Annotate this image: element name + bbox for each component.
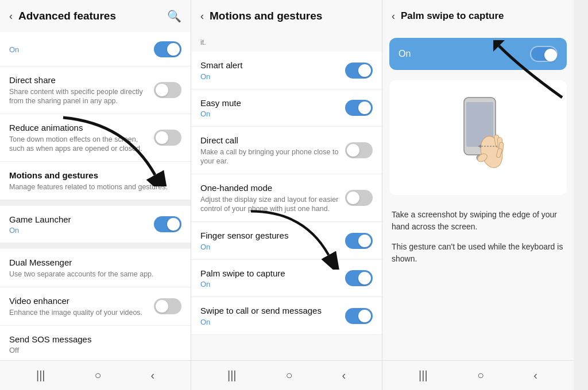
panel1-gap1 [0,200,191,206]
panel2-easy-mute[interactable]: Easy mute On [191,89,382,127]
panel1-video-enhancer[interactable]: Video enhancer Enhance the image quality… [0,287,191,326]
panel1-send-sos-status: Off [9,346,181,354]
panel2-one-handed-toggle[interactable] [345,190,373,206]
panel2-intro-text: it. [200,38,206,47]
panel2-title: Motions and gestures [210,10,373,22]
panel2-finger-sensor-title: Finger sensor gestures [200,230,345,241]
panel2-direct-call-title: Direct call [200,135,345,146]
panel2-smart-alert-toggle[interactable] [345,63,373,79]
panel1-nav-home[interactable]: ○ [86,366,110,385]
panel1-reduce-animations-title: Reduce animations [9,122,154,134]
panel-advanced-features: ‹ Advanced features 🔍 On Direct share Sh… [0,0,191,390]
panel1-reduce-animations-toggle[interactable] [154,130,181,146]
panel2-one-handed-title: One-handed mode [200,182,345,194]
panel2-easy-mute-title: Easy mute [200,98,345,109]
panel2-easy-mute-status: On [200,110,345,118]
panel3-nav-recents[interactable]: ||| [410,366,436,385]
panel2-palm-swipe[interactable]: Palm swipe to capture On [191,260,382,298]
panel1-reduce-animations-desc: Tone down motion effects on the screen, … [9,135,154,154]
panel1-direct-share[interactable]: Direct share Share content with specific… [0,67,191,114]
panel3-desc1: Take a screenshot by swiping the edge of… [392,209,564,233]
panel1-top-toggle-thumb [167,43,180,56]
panel2-one-handed[interactable]: One-handed mode Adjust the display size … [191,174,382,222]
panel2-direct-call-toggle[interactable] [345,142,373,158]
panel1-nav-back[interactable]: ‹ [142,366,163,385]
panel3-back-button[interactable]: ‹ [392,10,395,22]
panel2-header: ‹ Motions and gestures [191,0,382,32]
panel1-video-enhancer-title: Video enhancer [9,295,154,307]
panel2-swipe-call-status: On [200,318,345,326]
panel1-back-button[interactable]: ‹ [9,10,13,22]
panel3-arrow [493,40,568,103]
panel3-bottom-nav: ||| ○ ‹ [382,360,574,390]
panel1-game-launcher-status: On [9,226,154,235]
panel2-bottom-nav: ||| ○ ‹ [191,360,382,390]
panel1-video-enhancer-desc: Enhance the image quality of your videos… [9,308,154,317]
panel3-on-label: On [399,49,411,59]
panel2-direct-call[interactable]: Direct call Make a call by bringing your… [191,127,382,174]
panel2-palm-swipe-toggle[interactable] [345,270,373,286]
panel2-palm-swipe-status: On [200,280,345,288]
panel1-motions-gestures[interactable]: Motions and gestures Manage features rel… [0,162,191,200]
panel3-header: ‹ Palm swipe to capture [382,0,574,32]
panel2-palm-swipe-title: Palm swipe to capture [200,268,345,279]
panel1-dual-messenger[interactable]: Dual Messenger Use two separate accounts… [0,249,191,287]
panel1-top-status: On [9,45,154,54]
panel1-motions-gestures-desc: Manage features related to motions and g… [9,182,181,192]
panel1-game-launcher-title: Game Launcher [9,214,154,225]
panel2-one-handed-desc: Adjust the display size and layout for e… [200,195,345,214]
panel1-top-toggle[interactable] [154,41,181,57]
panel1-search-icon[interactable]: 🔍 [167,9,181,23]
panel3-nav-home[interactable]: ○ [469,366,493,385]
panel1-top-on-item[interactable]: On [0,32,191,67]
panel1-direct-share-title: Direct share [9,75,154,86]
panel2-easy-mute-toggle[interactable] [345,100,373,116]
panel2-swipe-call-title: Swipe to call or send messages [200,305,345,317]
panel1-motions-gestures-title: Motions and gestures [9,170,181,181]
panel1-send-sos-title: Send SOS messages [9,334,181,345]
panel2-smart-alert-status: On [200,72,345,81]
panel2-nav-recents[interactable]: ||| [219,366,245,385]
panel1-game-launcher[interactable]: Game Launcher On [0,206,191,244]
panel2-finger-sensor-toggle[interactable] [345,233,373,249]
panel1-dual-messenger-title: Dual Messenger [9,257,181,268]
panel1-reduce-animations[interactable]: Reduce animations Tone down motion effec… [0,114,191,162]
panel1-title: Advanced features [18,10,167,22]
panel1-nav-recents[interactable]: ||| [28,366,54,385]
panel2-direct-call-desc: Make a call by bringing your phone close… [200,147,345,166]
panel1-video-enhancer-toggle[interactable] [154,298,181,314]
panel2-smart-alert-title: Smart alert [200,60,345,71]
panel2-swipe-call-toggle[interactable] [345,308,373,324]
panel2-back-button[interactable]: ‹ [200,10,204,22]
panel2-nav-home[interactable]: ○ [277,366,301,385]
panel-motions-gestures: ‹ Motions and gestures it. Smart alert O… [191,0,382,390]
panel2-smart-alert[interactable]: Smart alert On [191,52,382,89]
panel1-settings-list: On Direct share Share content with speci… [0,32,191,360]
panel2-settings-list: it. Smart alert On Easy mute On Direct c… [191,32,382,360]
panel1-game-launcher-toggle[interactable] [154,216,181,232]
panel2-finger-sensor-status: On [200,243,345,251]
panel1-header: ‹ Advanced features 🔍 [0,0,191,32]
panel3-nav-back[interactable]: ‹ [525,366,546,385]
panel3-desc2: This gesture can't be used while the key… [392,241,564,265]
panel1-bottom-nav: ||| ○ ‹ [0,360,191,390]
panel1-direct-share-toggle[interactable] [154,82,181,98]
panel2-finger-sensor[interactable]: Finger sensor gestures On [191,222,382,260]
panel2-nav-back[interactable]: ‹ [333,366,354,385]
panel1-send-sos[interactable]: Send SOS messages Off [0,326,191,360]
panel2-intro: it. [191,32,382,52]
panel3-description: Take a screenshot by swiping the edge of… [382,200,574,274]
panel1-gap2 [0,243,191,249]
panel3-title: Palm swipe to capture [401,10,564,22]
panel1-dual-messenger-desc: Use two separate accounts for the same a… [9,270,181,279]
palm-swipe-illustration [452,92,504,184]
panel1-direct-share-desc: Share content with specific people direc… [9,87,154,106]
panel2-swipe-call[interactable]: Swipe to call or send messages On [191,297,382,335]
panel-palm-swipe-capture: ‹ Palm swipe to capture On [382,0,574,390]
